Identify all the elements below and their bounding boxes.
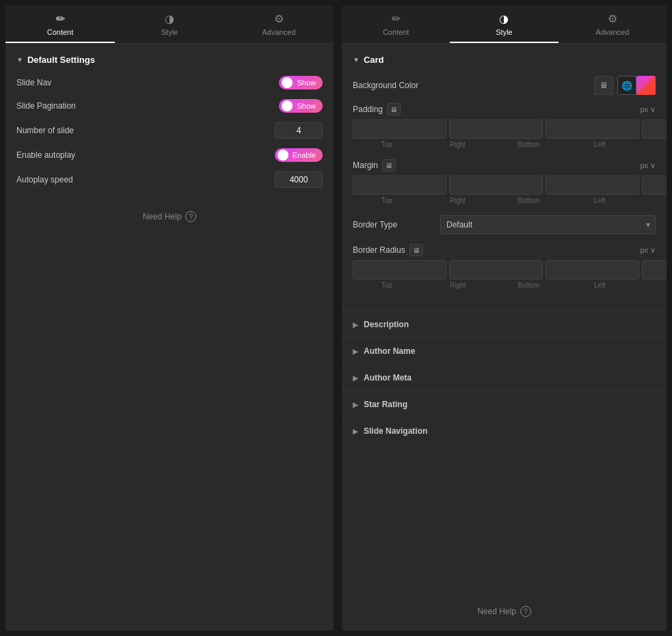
bg-color-controls: 🖥 🌐	[594, 76, 656, 95]
margin-left-label: Left	[565, 197, 634, 204]
border-type-select[interactable]: Default Solid Dashed Dotted Double None	[440, 215, 656, 234]
edit-icon: ✏	[56, 12, 65, 25]
author-name-header[interactable]: ▶ Author Name	[353, 346, 656, 356]
padding-right-label: Right	[424, 141, 492, 148]
autoplay-toggle-value: Enable	[293, 151, 316, 159]
autoplay-speed-input[interactable]	[275, 171, 323, 188]
margin-row: Margin 🖥 px ∨ 🔗 Top Right Bottom Left	[353, 159, 656, 204]
margin-unit[interactable]: px ∨	[640, 161, 656, 170]
border-radius-inputs: 🔗	[353, 260, 656, 279]
star-rating-header[interactable]: ▶ Star Rating	[353, 400, 656, 409]
need-help-right: Need Help ?	[353, 592, 656, 631]
description-label: Description	[364, 320, 409, 329]
border-type-label: Border Type	[353, 220, 435, 230]
tab-advanced-left[interactable]: ⚙ Advanced	[224, 5, 334, 43]
autoplay-speed-label: Autoplay speed	[16, 175, 73, 184]
padding-inputs: 🔗	[353, 120, 656, 139]
gear-icon-right: ⚙	[608, 12, 617, 25]
gear-icon-left: ⚙	[274, 12, 284, 25]
tab-advanced-right-label: Advanced	[595, 28, 629, 36]
border-radius-unit[interactable]: px ∨	[640, 246, 656, 255]
margin-bottom-label: Bottom	[495, 197, 563, 204]
padding-label-row: Padding 🖥 px ∨	[353, 103, 656, 115]
tab-advanced-right[interactable]: ⚙ Advanced	[559, 5, 667, 43]
slide-nav-label: Slide Nav	[16, 78, 51, 87]
padding-top[interactable]	[353, 120, 446, 139]
slide-nav-toggle-value: Show	[297, 79, 316, 87]
slide-navigation-label: Slide Navigation	[364, 426, 427, 436]
border-radius-bottom[interactable]	[546, 260, 639, 279]
slide-navigation-header[interactable]: ▶ Slide Navigation	[353, 426, 656, 436]
need-help-right-text: Need Help	[477, 607, 516, 616]
margin-bottom[interactable]	[546, 176, 639, 195]
card-arrow-down: ▼	[353, 56, 360, 64]
padding-right[interactable]	[449, 120, 543, 139]
border-radius-right[interactable]	[449, 260, 543, 279]
slide-navigation-section: ▶ Slide Navigation	[342, 417, 667, 444]
autoplay-toggle[interactable]: Enable	[275, 148, 323, 162]
tab-content-left[interactable]: ✏ Content	[5, 5, 115, 43]
tab-content-right[interactable]: ✏ Content	[342, 5, 450, 43]
star-rating-label: Star Rating	[364, 400, 407, 409]
right-panel-body: ▼ Card Background Color 🖥 🌐 Padding 🖥 px	[342, 44, 667, 311]
monitor-icon-border-radius[interactable]: 🖥	[409, 244, 423, 256]
padding-bottom[interactable]	[546, 120, 639, 139]
num-slides-label: Number of slide	[16, 126, 74, 135]
autoplay-speed-row: Autoplay speed	[16, 171, 323, 188]
card-section-header: ▼ Card	[353, 55, 656, 65]
tab-style-left[interactable]: ◑ Style	[115, 5, 224, 43]
border-radius-bottom-label: Bottom	[495, 281, 563, 289]
need-help-left: Need Help ?	[16, 197, 323, 236]
num-slides-row: Number of slide	[16, 122, 323, 139]
padding-labels: Top Right Bottom Left	[353, 141, 656, 148]
margin-left[interactable]	[642, 176, 667, 195]
left-panel-body: ▼ Default Settings Slide Nav Show Slide …	[5, 44, 334, 631]
slide-pagination-label: Slide Pagination	[16, 101, 76, 111]
monitor-icon-padding[interactable]: 🖥	[387, 103, 401, 115]
help-icon-left[interactable]: ?	[185, 211, 196, 222]
margin-unit-text: px	[640, 161, 648, 169]
description-section: ▶ Description	[342, 311, 667, 337]
slide-pagination-toggle[interactable]: Show	[279, 99, 323, 113]
author-name-arrow: ▶	[353, 348, 358, 355]
description-header[interactable]: ▶ Description	[353, 320, 656, 329]
color-btn-group: 🌐	[617, 76, 656, 95]
border-radius-top[interactable]	[353, 260, 446, 279]
tab-content-left-label: Content	[47, 28, 74, 36]
border-radius-row: Border Radius 🖥 px ∨ 🔗 Top Right Bottom …	[353, 244, 656, 289]
author-meta-label: Author Meta	[364, 373, 412, 383]
border-radius-left[interactable]	[642, 260, 667, 279]
border-radius-left-label: Left	[565, 281, 634, 289]
style-icon: ◑	[165, 12, 174, 25]
globe-icon[interactable]: 🌐	[617, 76, 636, 95]
padding-row: Padding 🖥 px ∨ 🔗 Top Right Bottom Left	[353, 103, 656, 148]
tab-content-right-label: Content	[383, 28, 409, 36]
need-help-left-text: Need Help	[143, 212, 182, 221]
color-swatch[interactable]	[636, 76, 656, 95]
card-section-title: Card	[364, 55, 384, 65]
border-radius-top-label: Top	[353, 281, 421, 289]
num-slides-input[interactable]	[275, 122, 323, 139]
padding-unit-text: px	[640, 105, 648, 113]
padding-bottom-label: Bottom	[495, 141, 563, 148]
bg-color-label: Background Color	[353, 81, 435, 90]
monitor-icon-bg[interactable]: 🖥	[594, 76, 613, 95]
slide-nav-toggle[interactable]: Show	[279, 76, 323, 89]
margin-top-label: Top	[353, 197, 421, 204]
margin-top[interactable]	[353, 176, 446, 195]
tab-style-right[interactable]: ◑ Style	[450, 5, 558, 43]
padding-left[interactable]	[642, 120, 667, 139]
border-radius-label-row: Border Radius 🖥 px ∨	[353, 244, 656, 256]
monitor-icon-margin[interactable]: 🖥	[382, 159, 396, 171]
margin-right[interactable]	[449, 176, 543, 195]
style-icon-right: ◑	[499, 12, 509, 25]
padding-unit[interactable]: px ∨	[640, 105, 656, 114]
author-meta-header[interactable]: ▶ Author Meta	[353, 373, 656, 383]
padding-left-label: Left	[565, 141, 634, 148]
left-panel: ✏ Content ◑ Style ⚙ Advanced ▼ Default S…	[5, 5, 334, 631]
slide-pagination-toggle-value: Show	[297, 102, 316, 110]
help-icon-right[interactable]: ?	[520, 606, 531, 617]
default-settings-header: ▼ Default Settings	[16, 55, 323, 65]
slide-pagination-row: Slide Pagination Show	[16, 99, 323, 113]
slide-navigation-arrow: ▶	[353, 428, 358, 435]
